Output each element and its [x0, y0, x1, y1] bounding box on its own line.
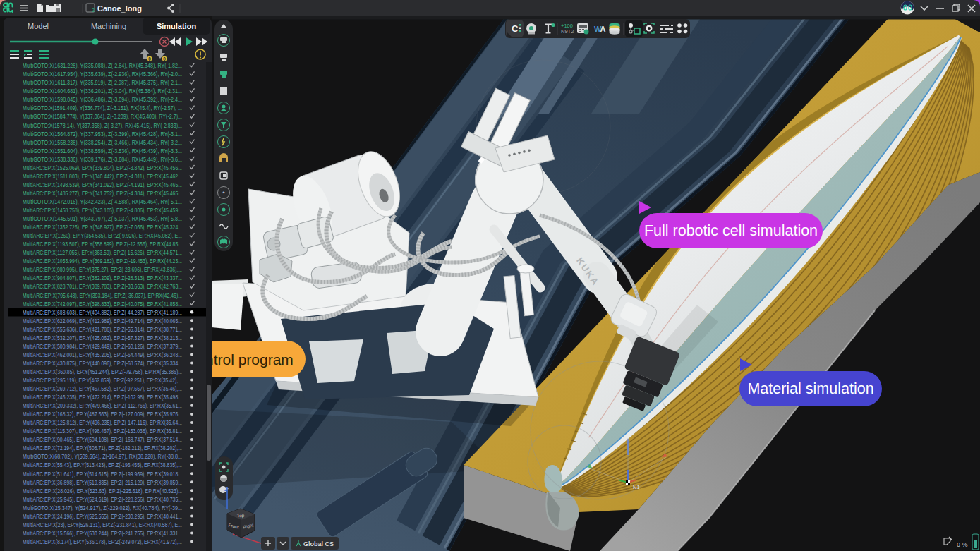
svg-text:N9T2: N9T2 — [561, 28, 574, 35]
svg-text:MultiARC:EP:X(1127.055), EP:Y(: MultiARC:EP:X(1127.055), EP:Y(363.59), E… — [23, 249, 182, 256]
svg-text:MultiGOTO:X(1445.501), Y(343.7: MultiGOTO:X(1445.501), Y(343.797), Z(-5.… — [23, 215, 182, 222]
svg-text:MultiARC:EP:X(1511.803), EP:Y(: MultiARC:EP:X(1511.803), EP:Y(340.442), … — [23, 173, 182, 180]
svg-text:MultiARC:EP:X(28.026), EP:Y(52: MultiARC:EP:X(28.026), EP:Y(523.63), EP:… — [23, 488, 182, 495]
svg-text:MultiARC:EP:X(25.945), EP:Y(52: MultiARC:EP:X(25.945), EP:Y(524.619), EP… — [23, 496, 182, 503]
svg-text:MultiARC:EP:X(209.332), EP:Y(4: MultiARC:EP:X(209.332), EP:Y(479.466), E… — [23, 402, 182, 409]
svg-text:Simulation: Simulation — [157, 22, 197, 30]
svg-text:MultiARC:EP:X(15.566), EP:Y(53: MultiARC:EP:X(15.566), EP:Y(530.244), EP… — [23, 530, 182, 537]
svg-text:MultiARC:EP:X(532.207), EP:Y(4: MultiARC:EP:X(532.207), EP:Y(425.062), E… — [23, 334, 182, 341]
svg-text:MultiARC:EP:X(1260), EP:Y(354.: MultiARC:EP:X(1260), EP:Y(354.535), EP:Z… — [23, 232, 182, 239]
svg-text:MultiGOTO:X(1604.681), Y(336.2: MultiGOTO:X(1604.681), Y(336.201), Z(-3.… — [23, 87, 182, 95]
svg-text:MultiARC:EP:X(980.995), EP:Y(3: MultiARC:EP:X(980.995), EP:Y(375.27), EP… — [23, 266, 182, 273]
svg-text:MultiGOTO:X(1631.228), Y(335.0: MultiGOTO:X(1631.228), Y(335.088), Z(-2.… — [23, 62, 182, 69]
svg-text:MultiARC:EP:X(795.648), EP:Y(3: MultiARC:EP:X(795.648), EP:Y(393.184), E… — [23, 292, 182, 299]
svg-text:MultiARC:EP:X(246.235), EP:Y(4: MultiARC:EP:X(246.235), EP:Y(472.214), E… — [23, 394, 182, 401]
svg-text:MultiARC:EP:X(295.119), EP:Y(4: MultiARC:EP:X(295.119), EP:Y(462.859), E… — [23, 377, 182, 384]
svg-text:*: * — [222, 190, 225, 197]
svg-text:MultiGOTO:X(68.702), Y(509.664: MultiGOTO:X(68.702), Y(509.664), Z(-184.… — [23, 453, 182, 460]
svg-text:A: A — [600, 25, 606, 33]
svg-text:MultiARC:EP:X(462.001), EP:Y(4: MultiARC:EP:X(462.001), EP:Y(435.205), E… — [23, 351, 182, 358]
svg-text:MultiARC:EP:X(115.307), EP:Y(4: MultiARC:EP:X(115.307), EP:Y(498.467), E… — [23, 428, 182, 435]
svg-text:MultiARC:EP:X(1485.277), EP:Y(: MultiARC:EP:X(1485.277), EP:Y(341.752), … — [23, 190, 182, 197]
svg-text:MultiARC:EP:X(1498.539), EP:Y(: MultiARC:EP:X(1498.539), EP:Y(341.092), … — [23, 181, 182, 188]
svg-text:Full robotic cell simulation: Full robotic cell simulation — [644, 222, 818, 239]
svg-text:MultiARC:EP:X(168.32), EP:Y(48: MultiARC:EP:X(168.32), EP:Y(487.563), EP… — [23, 411, 182, 418]
svg-text:MultiARC:EP:X(23), EP:Y(526.13: MultiARC:EP:X(23), EP:Y(526.131), EP:Z(-… — [23, 521, 182, 528]
svg-text:MultiGOTO:X(1558.238), Y(338.2: MultiGOTO:X(1558.238), Y(338.254), Z(-3.… — [23, 139, 182, 146]
svg-text:Machining: Machining — [91, 22, 126, 30]
svg-text:MultiARC:EP:X(90.465), EP:Y(50: MultiARC:EP:X(90.465), EP:Y(504.108), EP… — [23, 436, 182, 443]
svg-text:MultiARC:EP:X(72.194), EP:Y(50: MultiARC:EP:X(72.194), EP:Y(508.71), EP:… — [23, 444, 182, 452]
svg-text:MultiARC:EP:X(36.898), EP:Y(51: MultiARC:EP:X(36.898), EP:Y(519.835), EP… — [23, 479, 182, 486]
svg-text:MultiARC:EP:X(1525.069), EP:Y(: MultiARC:EP:X(1525.069), EP:Y(339.804), … — [23, 164, 182, 171]
svg-text:MultiARC:EP:X(742.097), EP:Y(3: MultiARC:EP:X(742.097), EP:Y(398.833), E… — [23, 301, 182, 308]
svg-text:MultiARC:EP:X(1193.507), EP:Y(: MultiARC:EP:X(1193.507), EP:Y(358.899), … — [23, 241, 182, 248]
svg-text:Global CS: Global CS — [303, 540, 334, 547]
svg-text:0 %: 0 % — [957, 541, 968, 548]
svg-text:Canoe_long: Canoe_long — [97, 4, 142, 13]
svg-text:2: 2 — [92, 8, 95, 13]
svg-text:MultiGOTO:X(1611.317), Y(335.9: MultiGOTO:X(1611.317), Y(335.919), Z(-2.… — [23, 79, 182, 86]
svg-text:MultiARC:EP:X(500.984), EP:Y(4: MultiARC:EP:X(500.984), EP:Y(429.449), E… — [23, 343, 182, 350]
svg-text:N1: N1 — [633, 484, 640, 490]
svg-text:MultiARC:EP:X(1053.994), EP:Y(: MultiARC:EP:X(1053.994), EP:Y(369.182), … — [23, 258, 182, 265]
svg-text:0: 0 — [163, 56, 166, 61]
svg-text:MultiGOTO:X(1551.604), Y(338.5: MultiGOTO:X(1551.604), Y(338.559), Z(-3.… — [23, 147, 182, 155]
svg-text:MultiARC:EP:X(430.875), EP:Y(4: MultiARC:EP:X(430.875), EP:Y(440.096), E… — [23, 360, 182, 367]
svg-text:MultiARC:EP:X(688.603), EP:Y(4: MultiARC:EP:X(688.603), EP:Y(404.882), E… — [23, 309, 182, 316]
svg-text:MultiARC:EP:X(1352.726), EP:Y(: MultiARC:EP:X(1352.726), EP:Y(348.927), … — [23, 224, 182, 231]
svg-text:MultiARC:EP:X(24.196), EP:Y(52: MultiARC:EP:X(24.196), EP:Y(525.555), EP… — [23, 513, 182, 520]
svg-text:MultiARC:EP:X(51.641), EP:Y(51: MultiARC:EP:X(51.641), EP:Y(514.615), EP… — [23, 471, 182, 478]
svg-text:MultiARC:EP:X(125.812), EP:Y(4: MultiARC:EP:X(125.812), EP:Y(496.235), E… — [23, 419, 182, 426]
svg-text:MultiARC:EP:X(269.712), EP:Y(4: MultiARC:EP:X(269.712), EP:Y(467.582), E… — [23, 385, 182, 392]
svg-text:Model: Model — [28, 22, 49, 30]
svg-text:MultiGOTO:X(1472.016), Y(342.4: MultiGOTO:X(1472.016), Y(342.423), Z(-4.… — [23, 198, 182, 205]
svg-text:MultiARC:EP:X(622.069), EP:Y(4: MultiARC:EP:X(622.069), EP:Y(412.989), E… — [23, 317, 182, 325]
svg-text:MultiARC:EP:X(1458.758), EP:Y(: MultiARC:EP:X(1458.758), EP:Y(343.105), … — [23, 207, 182, 214]
svg-text:MultiGOTO:X(25.347), Y(524.917: MultiGOTO:X(25.347), Y(524.917), Z(-229.… — [23, 504, 182, 511]
svg-text:MultiGOTO:X(1591.409), Y(336.7: MultiGOTO:X(1591.409), Y(336.774), Z(-3.… — [23, 104, 182, 111]
svg-text:MultiARC:EP:X(555.636), EP:Y(4: MultiARC:EP:X(555.636), EP:Y(421.786), E… — [23, 326, 182, 333]
svg-text:MultiGOTO:X(1564.872), Y(337.9: MultiGOTO:X(1564.872), Y(337.953), Z(-3.… — [23, 131, 182, 138]
svg-text:MultiGOTO:X(1538.336), Y(339.1: MultiGOTO:X(1538.336), Y(339.176), Z(-3.… — [23, 156, 182, 163]
svg-text:Material simulation: Material simulation — [747, 380, 873, 397]
svg-text:MultiGOTO:X(1584.774), Y(337.0: MultiGOTO:X(1584.774), Y(337.064), Z(-3.… — [23, 113, 182, 120]
svg-text:MultiARC:EP:X(904.807), EP:Y(3: MultiARC:EP:X(904.807), EP:Y(382.209), E… — [23, 274, 182, 281]
svg-text:MultiARC:EP:X(828.701), EP:Y(3: MultiARC:EP:X(828.701), EP:Y(389.783), E… — [23, 283, 182, 290]
svg-text:0: 0 — [148, 56, 151, 61]
svg-text:MultiARC:EP:X(8.174), EP:Y(536: MultiARC:EP:X(8.174), EP:Y(536.178), EP:… — [23, 538, 182, 545]
svg-text:C: C — [512, 23, 519, 34]
svg-text:MultiGOTO:X(1617.954), Y(335.6: MultiGOTO:X(1617.954), Y(335.639), Z(-2.… — [23, 71, 182, 78]
svg-text:MultiGOTO:X(1598.045), Y(336.4: MultiGOTO:X(1598.045), Y(336.486), Z(-3.… — [23, 96, 182, 103]
svg-text:MultiARC:EP:X(55.43), EP:Y(513: MultiARC:EP:X(55.43), EP:Y(513.423), EP:… — [23, 461, 182, 468]
svg-text:Z: Z — [224, 486, 228, 492]
svg-text:MultiGOTO:X(1578.14), Y(337.35: MultiGOTO:X(1578.14), Y(337.358), Z(-3.2… — [23, 122, 182, 129]
svg-text:MultiARC:EP:X(360.85), EP:Y(45: MultiARC:EP:X(360.85), EP:Y(451.244), EP… — [23, 368, 182, 375]
